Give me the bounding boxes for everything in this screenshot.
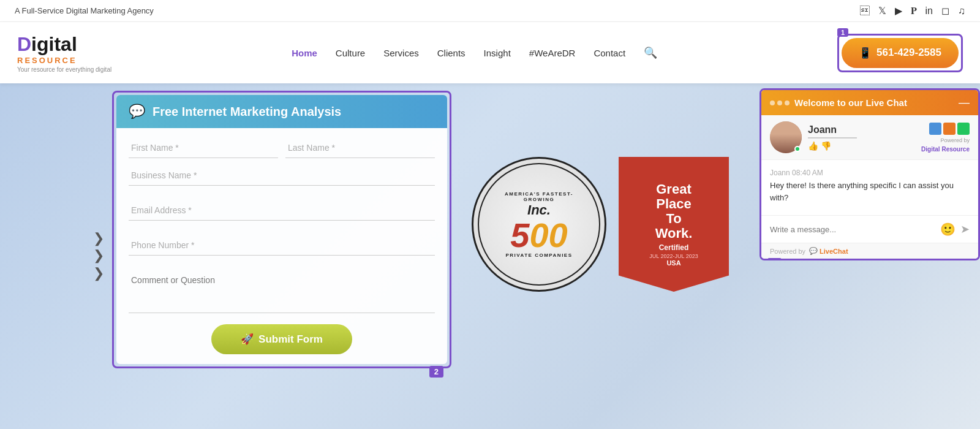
form-body: 🚀 Submit Form [116,128,447,364]
logo-tagline: Your resource for everything digital [17,66,111,73]
chat-label-number: 3 [767,258,782,260]
site-header: D igital RESOURCE Your resource for ever… [0,22,980,83]
submit-button[interactable]: 🚀 Submit Form [211,324,352,354]
nav-insight[interactable]: Insight [484,48,511,58]
facebook-icon[interactable]:  [860,6,870,17]
great-dates: JUL 2022-JUL 2023 [649,253,698,259]
form-title: Free Internet Marketing Analysis [153,105,341,119]
linkedin-icon[interactable]: in [925,6,933,17]
email-input[interactable] [129,200,435,221]
scroll-arrow-3[interactable]: ❯ [93,265,104,281]
pinterest-icon[interactable]: 𝐏 [911,6,917,17]
social-icons-group:  𝕏 ▶ 𝐏 in ◻ ♫ [860,5,965,17]
inc-bottom-text: PRIVATE COMPANIES [493,252,584,258]
agent-right-section: Powered by Digital Resource [921,123,970,153]
hero-section: ❯ ❯ ❯ 2 💬 Free Internet Marketing Analys… [0,83,980,429]
nav-culture[interactable]: Culture [336,48,365,58]
chat-dots [770,101,790,105]
instagram-icon[interactable]: ◻ [941,5,949,17]
submit-label: Submit Form [258,333,323,346]
phone-call-button[interactable]: 📱 561-429-2585 [842,38,959,68]
business-name-input[interactable] [129,165,435,186]
great-certified: Certified [659,243,689,252]
powered-company-name: Digital Resource [921,146,970,153]
logo-letter-d: D [17,33,31,56]
chat-dot-2 [777,101,782,105]
nav-clients[interactable]: Clients [437,48,466,58]
emoji-picker-icon[interactable]: 🙂 [940,222,956,237]
agent-name: Joann [808,124,857,135]
main-nav: Home Culture Services Clients Insight #W… [292,46,657,59]
scroll-arrow-2[interactable]: ❯ [93,248,104,264]
last-name-input[interactable] [285,138,435,158]
chat-footer-text: Powered by [770,248,805,255]
great-place-badge: GreatPlaceToWork. Certified JUL 2022-JUL… [619,157,729,292]
scroll-arrow-1[interactable]: ❯ [93,230,104,246]
nav-contact[interactable]: Contact [594,48,625,58]
nav-services[interactable]: Services [383,48,419,58]
thumbs-down-icon[interactable]: 👎 [821,141,831,151]
form-header: 💬 Free Internet Marketing Analysis [116,95,447,128]
agent-ratings: 👍 👎 [808,141,857,151]
youtube-icon[interactable]: ▶ [895,5,902,17]
comment-textarea[interactable] [129,270,435,313]
marketing-analysis-form: 💬 Free Internet Marketing Analysis [116,95,447,364]
thumbs-up-icon[interactable]: 👍 [808,141,818,151]
chat-message-meta: Joann 08:40 AM [770,169,970,177]
phone-icon: 📱 [859,47,872,59]
twitter-icon[interactable]: 𝕏 [878,5,886,17]
scroll-arrows: ❯ ❯ ❯ [93,230,104,281]
great-title: GreatPlaceToWork. [655,182,693,241]
form-name-row [129,138,435,158]
chat-dot-3 [785,101,790,105]
form-business-row [129,165,435,193]
chat-input-bar: 🙂 ➤ [761,215,978,243]
chat-header-left: Welcome to our Live Chat [770,97,907,108]
send-message-icon[interactable]: ➤ [960,222,970,236]
chat-message-input[interactable] [770,225,935,234]
form-header-icon: 💬 [129,104,145,120]
logo[interactable]: D igital RESOURCE Your resource for ever… [17,33,111,73]
chat-agent-bar: Joann 👍 👎 Powered by Digital Resource [761,115,978,160]
phone-button-wrapper: 1 📱 561-429-2585 [837,34,963,72]
form-phone-row [129,235,435,263]
agency-tagline: A Full-Service Digital Marketing Agency [15,6,154,15]
phone-input[interactable] [129,235,435,256]
form-label-number: 2 [429,366,443,378]
logo-resource: RESOURCE [17,56,77,65]
nav-home[interactable]: Home [292,48,317,58]
agent-details: Joann 👍 👎 [808,124,857,151]
phone-label-number: 1 [837,28,848,37]
chat-close-button[interactable]: — [959,96,970,109]
inc-number: 500 [510,218,567,252]
first-name-input[interactable] [129,138,278,158]
livechat-brand: 💬 LiveChat [809,247,848,255]
color-swatches [929,123,970,135]
agent-online-indicator [794,146,801,152]
chat-header: Welcome to our Live Chat — [761,90,978,115]
submit-icon: 🚀 [241,333,254,346]
live-chat-panel: 3 Welcome to our Live Chat — [760,88,980,260]
inc-top-text: AMERICA'S FASTEST-GROWING [479,191,599,202]
nav-weardr[interactable]: #WeAreDR [529,48,576,58]
inc500-badge: AMERICA'S FASTEST-GROWING Inc. 500 PRIVA… [472,157,606,292]
phone-number: 561-429-2585 [876,47,941,59]
chat-footer: Powered by 💬 LiveChat [761,243,978,259]
livechat-icon: 💬 [809,247,818,255]
agent-avatar-wrapper [770,121,802,153]
swatch-blue [929,123,941,135]
form-wrapper: 2 💬 Free Internet Marketing Analysis [112,91,451,368]
chat-message-text: Hey there! Is there anything specific I … [770,180,970,203]
agent-info: Joann 👍 👎 [770,121,857,153]
chat-body: Joann 08:40 AM Hey there! Is there anyth… [761,160,978,215]
agent-name-separator [808,137,857,139]
swatch-orange [943,123,956,135]
spotify-icon[interactable]: ♫ [958,6,965,17]
search-icon[interactable]: 🔍 [644,46,657,59]
chat-dot-1 [770,101,775,105]
top-bar: A Full-Service Digital Marketing Agency … [0,0,980,22]
livechat-name: LiveChat [820,248,848,255]
great-country: USA [666,259,680,267]
form-email-row [129,200,435,228]
powered-by-label: Powered by [940,137,970,143]
